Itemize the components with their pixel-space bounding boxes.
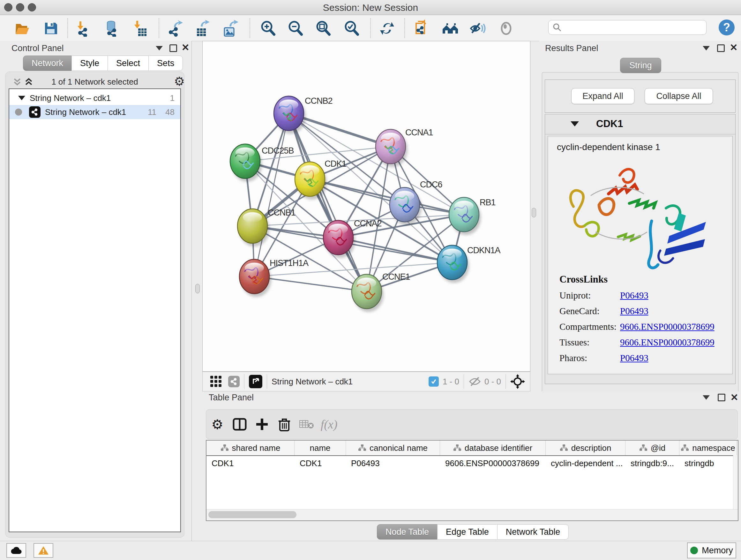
table-type-tabs: Node TableEdge TableNetwork Table bbox=[377, 524, 569, 540]
crosslink-link[interactable]: P06493 bbox=[620, 353, 649, 363]
show-selection-eye-icon[interactable] bbox=[497, 19, 515, 37]
tab-sets[interactable]: Sets bbox=[148, 56, 183, 71]
crosslink-link[interactable]: P06493 bbox=[620, 290, 649, 301]
crosslink-row: Tissues:9606.ENSP00000378699 bbox=[559, 337, 715, 348]
tree-expander-icon[interactable] bbox=[18, 96, 25, 100]
column-header-database-identifier[interactable]: database identifier bbox=[440, 441, 546, 455]
results-panel-title: Results Panel bbox=[545, 44, 598, 53]
gear-icon[interactable]: ⚙ bbox=[174, 74, 185, 88]
network-row-selected[interactable]: String Network – cdk1 11 48 bbox=[9, 105, 180, 119]
open-file-icon[interactable] bbox=[13, 19, 31, 37]
collapse-all-button[interactable]: Collapse All bbox=[645, 88, 713, 104]
table-cell[interactable]: stringdb:9... bbox=[625, 458, 679, 469]
export-table-icon[interactable] bbox=[194, 19, 212, 37]
memory-button[interactable]: Memory bbox=[687, 543, 736, 558]
import-table-icon[interactable] bbox=[131, 19, 148, 37]
crosslink-link[interactable]: 9606.ENSP00000378699 bbox=[620, 321, 715, 332]
table-row[interactable]: CDK1CDK1P064939606.ENSP00000378699cyclin… bbox=[206, 456, 738, 471]
table-cell[interactable]: CDK1 bbox=[206, 458, 294, 469]
column-header-name[interactable]: name bbox=[294, 441, 346, 455]
column-header-canonical-name[interactable]: canonical name bbox=[346, 441, 440, 455]
help-icon[interactable]: ? bbox=[719, 19, 735, 36]
crosslink-link[interactable]: 9606.ENSP00000378699 bbox=[620, 337, 715, 348]
table-settings-gear-icon[interactable]: ⚙ bbox=[206, 415, 228, 434]
scrollbar-thumb[interactable] bbox=[208, 511, 296, 518]
panel-close-icon[interactable]: ✕ bbox=[181, 43, 190, 52]
crosslink-row: Compartments:9606.ENSP00000378699 bbox=[559, 321, 715, 332]
panel-float-icon[interactable] bbox=[716, 44, 726, 53]
results-button-row: Expand All Collapse All bbox=[545, 79, 736, 113]
delete-column-icon[interactable] bbox=[295, 415, 318, 434]
network-node-hist1h1a[interactable]: HIST1H1A bbox=[239, 258, 309, 297]
table-cell[interactable]: cyclin-dependent ... bbox=[546, 458, 625, 469]
crosslink-link[interactable]: P06493 bbox=[620, 306, 649, 316]
export-image-icon[interactable] bbox=[221, 19, 239, 37]
network-node-cdc25b[interactable]: CDC25B bbox=[230, 144, 294, 182]
tab-style[interactable]: Style bbox=[71, 56, 108, 71]
import-network-database-icon[interactable] bbox=[102, 19, 120, 37]
show-columns-icon[interactable] bbox=[228, 415, 251, 434]
panel-close-icon[interactable]: ✕ bbox=[730, 393, 739, 402]
tab-network[interactable]: Network bbox=[23, 56, 72, 71]
function-builder-icon: f(x) bbox=[318, 415, 340, 434]
table-cell[interactable]: CDK1 bbox=[294, 458, 346, 469]
panel-close-icon[interactable]: ✕ bbox=[729, 43, 738, 52]
fit-content-crosshair-icon[interactable] bbox=[510, 374, 525, 389]
node-result-header[interactable]: CDK1 bbox=[545, 114, 735, 134]
panel-float-icon[interactable] bbox=[169, 44, 178, 53]
column-header-id[interactable]: @id bbox=[625, 441, 679, 455]
table-cell[interactable]: stringdb bbox=[679, 458, 737, 469]
tab-string[interactable]: String bbox=[620, 58, 661, 73]
zoom-out-icon[interactable] bbox=[286, 19, 305, 37]
network-node-cdkn1a[interactable]: CDKN1A bbox=[437, 245, 501, 283]
cloud-status-button[interactable] bbox=[6, 543, 26, 558]
network-node-ccnb2[interactable]: CCNB2 bbox=[274, 96, 333, 134]
column-header-namespace[interactable]: namespace bbox=[679, 441, 737, 455]
network-badge-icon[interactable] bbox=[228, 376, 240, 387]
tab-network-table[interactable]: Network Table bbox=[497, 524, 569, 540]
panel-float-icon[interactable] bbox=[717, 393, 726, 402]
table-cell[interactable]: P06493 bbox=[346, 458, 440, 469]
selected-nodes-checkbox-icon[interactable] bbox=[428, 376, 439, 387]
tab-select[interactable]: Select bbox=[108, 56, 149, 71]
table-cell[interactable]: 9606.ENSP00000378699 bbox=[440, 458, 546, 469]
tab-node-table[interactable]: Node Table bbox=[377, 524, 437, 540]
window-title: Session: New Session bbox=[0, 2, 741, 13]
tab-edge-table[interactable]: Edge Table bbox=[437, 524, 497, 540]
search-input[interactable] bbox=[562, 22, 702, 33]
collapse-section-icon[interactable] bbox=[570, 121, 579, 126]
refresh-icon[interactable] bbox=[378, 19, 396, 37]
column-header-description[interactable]: description bbox=[546, 441, 625, 455]
left-splitter-handle[interactable] bbox=[195, 284, 200, 294]
delete-row-trash-icon[interactable] bbox=[273, 415, 295, 434]
table-vertical-scrollbar[interactable] bbox=[733, 455, 738, 509]
network-node-rb1[interactable]: RB1 bbox=[449, 197, 495, 235]
warning-status-button[interactable] bbox=[33, 543, 53, 558]
network-node-cdk1[interactable]: CDK1 bbox=[295, 159, 346, 199]
table-horizontal-scrollbar[interactable] bbox=[206, 509, 738, 520]
expand-all-button[interactable]: Expand All bbox=[571, 88, 634, 104]
zoom-fit-icon[interactable] bbox=[314, 19, 332, 37]
network-collection-row[interactable]: String Network – cdk1 1 bbox=[9, 91, 180, 105]
import-network-icon[interactable] bbox=[74, 19, 91, 37]
detach-view-icon[interactable] bbox=[249, 375, 262, 388]
export-network-icon[interactable] bbox=[167, 19, 185, 37]
panel-menu-icon[interactable] bbox=[154, 44, 164, 53]
network-node-ccna1[interactable]: CCNA1 bbox=[376, 128, 433, 167]
hide-selection-eye-icon[interactable] bbox=[469, 19, 487, 37]
toolbar-separator bbox=[158, 18, 159, 38]
home-icon[interactable] bbox=[441, 19, 459, 37]
panel-menu-icon[interactable] bbox=[701, 393, 711, 402]
column-header-shared-name[interactable]: shared name bbox=[206, 441, 294, 455]
save-session-icon[interactable] bbox=[42, 19, 60, 37]
network-canvas[interactable]: CCNB2CCNA1CDC25BCDK1CDC6RB1CCNB1CCNA2CDK… bbox=[202, 41, 530, 372]
right-splitter-handle[interactable] bbox=[532, 208, 536, 217]
add-column-icon[interactable] bbox=[251, 415, 273, 434]
network-edge[interactable] bbox=[254, 113, 289, 276]
panel-menu-icon[interactable] bbox=[701, 44, 711, 53]
zoom-in-icon[interactable] bbox=[259, 19, 277, 37]
zoom-selected-icon[interactable] bbox=[343, 19, 360, 37]
share-document-icon[interactable] bbox=[413, 19, 431, 37]
network-node-ccne1[interactable]: CCNE1 bbox=[352, 272, 410, 312]
birds-eye-grid-icon[interactable] bbox=[210, 375, 222, 388]
